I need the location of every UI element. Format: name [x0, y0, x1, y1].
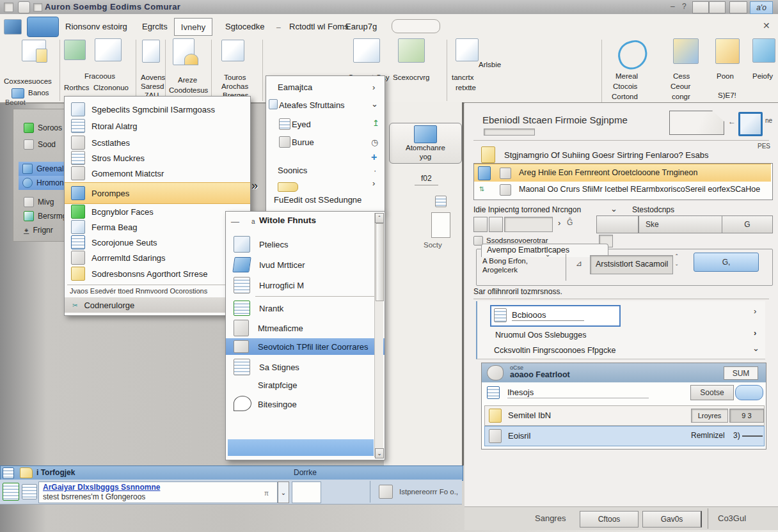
ribbon-search-input[interactable] — [392, 19, 440, 33]
footer-button-2[interactable]: Gav0s — [642, 511, 702, 528]
col-header-g[interactable]: G — [722, 215, 773, 233]
home-tab-icon[interactable] — [27, 17, 59, 37]
ribbon-g9-l1[interactable]: Mereal — [615, 72, 638, 81]
sum-button[interactable]: SUM — [724, 366, 758, 380]
grid-blue-icon[interactable] — [3, 467, 14, 479]
menu-item[interactable]: Ivud Mrtticer — [227, 255, 383, 274]
menu-item[interactable]: Soonics — [278, 166, 307, 176]
menu-item[interactable]: Rtoral Alatrg — [66, 118, 249, 134]
lasso-icon[interactable] — [615, 38, 651, 72]
list-item[interactable]: Nruomul Oos Sslebugges — [495, 331, 586, 341]
ribbon-g3-l1[interactable]: Aovens — [141, 73, 165, 82]
sidebar-item-hromon[interactable]: Hromon — [19, 176, 67, 190]
menu-item[interactable]: Sa Stignes — [227, 357, 383, 377]
document-icon[interactable] — [431, 212, 450, 238]
titlebar-button-3[interactable] — [729, 1, 747, 13]
sidebar-item-bersrmge[interactable]: Bersrmge — [15, 209, 67, 223]
sidebar-item-greenal[interactable]: Greenal — [19, 162, 67, 176]
saved-mail-icon[interactable] — [142, 40, 160, 63]
folder-icon[interactable] — [20, 467, 33, 478]
list-item[interactable]: Ccksvoltin Fingrscoonoes Ffpgcke — [494, 346, 615, 356]
menu-item[interactable]: Scorojonue Seuts — [66, 235, 249, 250]
empty-box[interactable] — [292, 481, 321, 503]
menu-item[interactable]: Bitesingoe — [227, 395, 383, 414]
menu-item[interactable]: Scstlathes — [66, 135, 249, 150]
ribbon-g11-l1[interactable]: Poon — [717, 72, 734, 81]
col-header-ske[interactable]: Ske — [639, 215, 728, 233]
sidebar-item-soroos[interactable]: Soroos — [15, 121, 67, 135]
menu-item[interactable]: Nrantk — [227, 299, 383, 318]
menu-item[interactable]: Pteliecs — [227, 235, 383, 254]
chevron-down-icon[interactable]: ⌄ — [610, 204, 617, 214]
menu-item[interactable]: Eyed — [292, 120, 311, 130]
printer-icon[interactable] — [379, 485, 393, 499]
spinner-down-icon[interactable]: ˇ — [676, 264, 678, 271]
mini-button-1[interactable] — [473, 217, 488, 232]
sidebar-item-mivg[interactable]: Mivg — [15, 195, 67, 209]
categorize-icon[interactable] — [673, 38, 699, 64]
preview-icon[interactable] — [738, 112, 763, 136]
value-box[interactable]: 9 3 — [729, 409, 764, 423]
option-row[interactable]: ⇅ Maonal Oo Crurs SfiiMr Icetbel REarmbx… — [474, 182, 771, 198]
sootse-button[interactable]: Sootse — [690, 385, 734, 400]
titlebar-button-1[interactable] — [692, 1, 709, 13]
menu-item[interactable]: Burue — [292, 137, 314, 148]
tab-6[interactable]: Earup7g — [345, 22, 377, 32]
archive-icon[interactable] — [221, 40, 244, 61]
feature-header[interactable]: oCse aoaoo Featrloot SUM — [482, 363, 766, 383]
sidebar-item-frignr[interactable]: ⁕ Frignr — [15, 223, 67, 237]
menu-item-selected[interactable]: Seovtoich TPfil liter Coorrares — [226, 338, 385, 355]
menu-scrollbar[interactable]: ˆ ⌄ — [374, 213, 383, 457]
mini-button-2[interactable] — [489, 217, 503, 232]
contact-group-icon[interactable] — [353, 38, 380, 63]
scroll-thumb[interactable] — [376, 223, 384, 301]
slider-track[interactable] — [742, 435, 763, 437]
footer-cancel[interactable]: Co3Gul — [718, 513, 746, 524]
menu-item[interactable]: Eamajtca — [278, 82, 312, 93]
cleanup-icon[interactable] — [95, 38, 122, 61]
mini-input[interactable] — [504, 217, 553, 232]
scroll-up-icon[interactable]: ˆ — [375, 213, 384, 223]
menu-item-highlighted[interactable]: Porompes — [65, 182, 250, 204]
ribbon-g2-b2[interactable]: Clzononuo — [93, 83, 129, 92]
menu-item[interactable]: Ateafes Sfruttains — [279, 100, 345, 111]
file-menu-icon[interactable] — [4, 19, 22, 35]
scroll-down-icon[interactable]: ⌄ — [375, 448, 384, 458]
toggle-pill[interactable] — [735, 385, 763, 400]
app-icon[interactable] — [4, 3, 13, 12]
footer-button-1[interactable]: Cftoos — [580, 511, 639, 528]
plus-icon[interactable]: + — [371, 152, 377, 163]
link-line-1[interactable]: ArGaiyar Dlxslbgggs Ssnnomne — [43, 483, 160, 492]
ribbon-g5-l1[interactable]: Touros — [224, 73, 246, 82]
save-icon[interactable] — [33, 3, 42, 12]
menu-item[interactable]: Siratpfcige — [227, 377, 383, 393]
menu-item[interactable]: Stros Muckres — [66, 150, 249, 166]
menu-item[interactable]: Sgebeclits Sgmcbinil ISarmgoass — [66, 102, 249, 117]
attachment-button[interactable]: Atomchanre yog — [389, 123, 462, 164]
menu-item[interactable]: Aorrremltd Sdarings — [66, 250, 249, 265]
ribbon-g7-label[interactable]: Scexocrvrg — [393, 73, 430, 82]
tab-1[interactable]: Rionsonv estoirg — [65, 22, 127, 32]
sidebar-item-sood[interactable]: Sood — [15, 137, 67, 152]
lroyres-button[interactable]: Lroyres — [691, 409, 728, 423]
pin-icon[interactable] — [715, 38, 740, 64]
banos-icon[interactable] — [12, 88, 24, 98]
ribbon-g10-l1[interactable]: Cess — [673, 72, 690, 81]
menu-item[interactable]: Ferma Beag — [66, 219, 249, 235]
chevron-right-icon[interactable]: › — [754, 306, 756, 316]
tab-3[interactable]: Ivnehy — [174, 18, 212, 36]
option-row-selected[interactable]: Areg Hnlie Eon Fernreont Oroetclooone Tr… — [474, 164, 771, 183]
ribbon-g1-big-label[interactable]: Coxsxesuoces — [4, 77, 52, 86]
ribbon-g4-l1[interactable]: Areze — [178, 75, 197, 84]
blue-action-button[interactable]: G, — [694, 253, 759, 272]
menu-item-hover[interactable]: ✂ Codnerulorge — [65, 297, 250, 313]
dropdown-arrow[interactable]: ⌄ — [278, 481, 289, 503]
address-input[interactable]: ArGaiyar Dlxslbgggs Ssnnomne stest bsrre… — [38, 481, 278, 503]
tab-5[interactable]: Rctodtl wl Foms — [289, 22, 348, 32]
spinner-up-icon[interactable]: ˆ — [676, 254, 678, 261]
tab-f02[interactable]: f02 — [415, 174, 438, 185]
ribbon-g8-l1[interactable]: Arlsbie — [479, 60, 501, 69]
ribbon-g1-small-label[interactable]: Banos — [28, 88, 49, 97]
tab-2[interactable]: Egrclts — [142, 22, 168, 32]
ribbon-g2-b1[interactable]: Rorthcs — [64, 83, 90, 92]
